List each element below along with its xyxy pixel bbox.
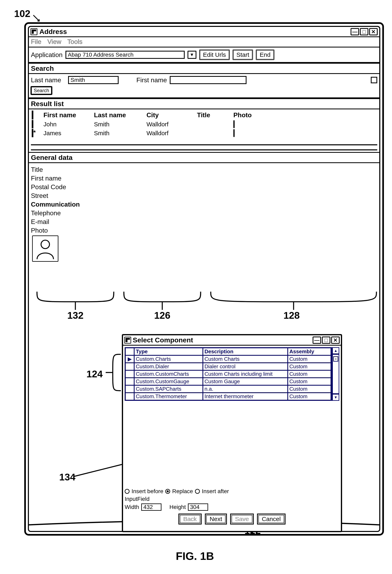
close-icon[interactable]: ✕ xyxy=(369,28,378,35)
grid-col-type: Type xyxy=(134,348,203,355)
search-button[interactable]: Search xyxy=(31,86,52,95)
firstname-label: First name xyxy=(137,76,167,84)
menu-view[interactable]: View xyxy=(47,38,61,45)
minimize-icon[interactable]: — xyxy=(351,28,359,35)
window-controls: — □ ✕ xyxy=(351,28,378,35)
dialog-close-icon[interactable]: ✕ xyxy=(331,336,340,344)
outer-window-frame: Address — □ ✕ File View Tools Applicatio… xyxy=(24,22,384,536)
insert-mode-radios: Insert before Replace Insert after xyxy=(125,488,339,494)
titlebar: Address — □ ✕ xyxy=(29,27,379,37)
grid-row[interactable]: Custom.Dialer Dialer control Custom xyxy=(125,363,331,370)
figure-caption: FIG. 1B xyxy=(176,550,214,562)
dialog-maximize-icon[interactable]: □ xyxy=(322,336,330,344)
start-button[interactable]: Start xyxy=(233,49,253,60)
inputfield-label: InputField xyxy=(125,496,150,502)
person-icon xyxy=(233,120,235,128)
col-firstname: First name xyxy=(43,111,93,119)
row-firstname: John xyxy=(43,121,93,128)
select-component-dialog: Select Component — □ ✕ Type Description xyxy=(122,334,342,532)
grid-scrollbar[interactable]: ▲ ≡ ▼ xyxy=(332,347,339,401)
dialog-titlebar: Select Component — □ ✕ xyxy=(123,335,341,346)
callout-102: 102 xyxy=(14,8,30,19)
application-label: Application xyxy=(31,51,63,59)
result-row[interactable]: John Smith Walldorf xyxy=(31,121,377,128)
menubar: File View Tools xyxy=(29,37,379,47)
grid-asm: Custom xyxy=(288,355,331,363)
cancel-button[interactable]: Cancel xyxy=(257,513,286,525)
result-separator xyxy=(31,149,377,150)
menu-tools[interactable]: Tools xyxy=(67,38,82,45)
general-header: General data xyxy=(29,152,379,163)
search-header: Search xyxy=(29,63,379,74)
radio-replace[interactable] xyxy=(165,489,170,494)
grid-desc: Custom Charts xyxy=(203,355,288,363)
height-label: Height xyxy=(170,504,186,510)
row-lastname: Smith xyxy=(93,129,146,137)
grid-row[interactable]: Custom.CustomGauge Custom Gauge Custom xyxy=(125,378,331,385)
grid-type: Custom.Charts xyxy=(134,355,203,363)
street-label: Street xyxy=(31,192,87,200)
dialog-title: Select Component xyxy=(133,336,193,344)
row-title xyxy=(196,133,233,134)
row-city: Walldorf xyxy=(146,129,196,137)
radio-insert-after[interactable] xyxy=(195,489,200,494)
communication-label: Communication xyxy=(31,201,80,208)
application-dropdown-icon[interactable]: ▼ xyxy=(188,51,196,59)
result-separator xyxy=(31,144,377,145)
result-columns: First name Last name City Title Photo xyxy=(31,111,377,119)
lastname-label: Last name xyxy=(31,76,65,84)
grid-header-row: Type Description Assembly xyxy=(125,348,331,355)
telephone-label: Telephone xyxy=(31,209,87,217)
row-check[interactable] xyxy=(32,120,33,128)
callout-128: 128 xyxy=(283,310,300,321)
pointer-134 xyxy=(71,462,128,483)
width-input[interactable]: 432 xyxy=(141,503,161,511)
search-checkbox[interactable] xyxy=(371,77,377,83)
svg-point-0 xyxy=(41,240,50,249)
col-city: City xyxy=(146,111,196,119)
photo-preview xyxy=(32,235,59,262)
row-check-selected[interactable]: * xyxy=(32,129,33,137)
grid-row[interactable]: Custom.CustomCharts Custom Charts includ… xyxy=(125,370,331,378)
row-title xyxy=(196,124,233,125)
dialog-app-icon xyxy=(124,337,131,344)
grid-row[interactable]: ▶ Custom.Charts Custom Charts Custom xyxy=(125,355,331,363)
application-toolbar: Application Abap 710 Address Search ▼ Ed… xyxy=(29,47,379,63)
lastname-input[interactable]: Smith xyxy=(68,76,118,84)
maximize-icon[interactable]: □ xyxy=(360,28,368,35)
end-button[interactable]: End xyxy=(256,49,274,60)
next-button[interactable]: Next xyxy=(205,513,227,525)
menu-file[interactable]: File xyxy=(31,38,41,45)
radio-insert-before[interactable] xyxy=(125,489,130,494)
edit-urls-button[interactable]: Edit Urls xyxy=(199,49,230,60)
application-field[interactable]: Abap 710 Address Search xyxy=(65,51,185,59)
title-label: Title xyxy=(31,166,87,173)
callout-124: 124 xyxy=(86,369,103,380)
result-row[interactable]: * James Smith Walldorf xyxy=(31,129,377,137)
dialog-minimize-icon[interactable]: — xyxy=(313,336,321,344)
search-panel: Last name Smith First name Search xyxy=(29,74,379,98)
firstname-input[interactable] xyxy=(170,76,247,84)
result-panel: First name Last name City Title Photo Jo… xyxy=(29,109,379,152)
email-label: E-mail xyxy=(31,218,87,226)
scroll-down-icon[interactable]: ▼ xyxy=(332,394,339,401)
callout-126: 126 xyxy=(154,310,170,321)
callout-134: 134 xyxy=(59,472,75,483)
grid-col-marker xyxy=(125,348,134,355)
row-firstname: James xyxy=(43,129,93,137)
inner-window-frame: Address — □ ✕ File View Tools Applicatio… xyxy=(28,26,380,532)
grid-row[interactable]: Custom.SAPCharts n.a. Custom xyxy=(125,385,331,393)
app-icon xyxy=(31,28,37,35)
window-title: Address xyxy=(39,28,67,36)
component-grid[interactable]: Type Description Assembly ▶ Custom.Chart… xyxy=(125,347,332,401)
scroll-track[interactable]: ≡ xyxy=(332,354,339,394)
scroll-up-icon[interactable]: ▲ xyxy=(332,347,339,354)
save-button[interactable]: Save xyxy=(230,513,254,525)
result-header: Result list xyxy=(29,98,379,109)
photo-label: Photo xyxy=(31,227,87,234)
result-hdr-check[interactable] xyxy=(32,111,33,120)
scroll-thumb[interactable]: ≡ xyxy=(333,356,338,362)
grid-row[interactable]: Custom.Thermometer Internet thermometer … xyxy=(125,393,331,400)
height-input[interactable]: 304 xyxy=(188,503,208,511)
back-button[interactable]: Back xyxy=(178,513,202,525)
